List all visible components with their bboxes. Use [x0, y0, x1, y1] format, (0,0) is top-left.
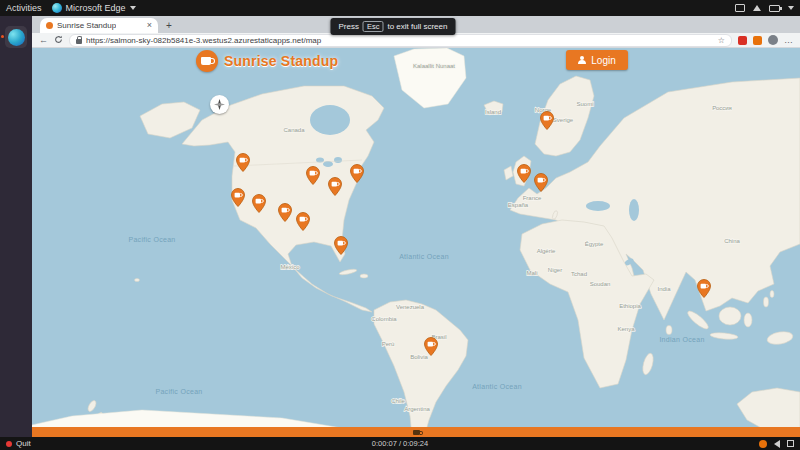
system-top-bar: Activities Microsoft Edge — [0, 0, 800, 16]
fullscreen-toast: Press Esc to exit full screen — [330, 18, 455, 35]
chevron-down-icon — [788, 6, 794, 10]
new-tab-button[interactable]: + — [162, 18, 176, 32]
settings-icon[interactable] — [759, 440, 767, 448]
country-label: Mali — [526, 270, 537, 276]
profile-avatar[interactable] — [768, 35, 778, 45]
country-label: Colombia — [371, 316, 397, 322]
country-label: Niger — [548, 267, 562, 273]
running-indicator-dot — [1, 35, 4, 38]
country-label: Égypte — [585, 241, 604, 247]
country-label: France — [523, 195, 542, 201]
page-footer — [32, 427, 800, 437]
ocean-label: Pacific Ocean — [155, 388, 202, 395]
compass-control[interactable] — [210, 95, 229, 114]
person-icon — [578, 56, 586, 64]
ocean-label: Atlantic Ocean — [472, 383, 522, 390]
quit-label: Quit — [16, 439, 31, 448]
dock — [0, 16, 32, 437]
app-menu-label: Microsoft Edge — [66, 3, 126, 13]
back-button[interactable]: ← — [39, 36, 48, 45]
map-page: Pacific OceanPacific OceanAtlantic Ocean… — [32, 48, 800, 437]
address-bar[interactable]: https://salmon-sky-082b5841e-3.westus2.a… — [69, 34, 732, 47]
reload-icon — [54, 35, 63, 44]
fullscreen-icon[interactable] — [787, 440, 794, 447]
country-label: Chile — [391, 398, 405, 404]
edge-icon — [52, 3, 62, 13]
url-text: https://salmon-sky-082b5841e-3.westus2.a… — [86, 36, 714, 45]
country-label: Venezuela — [396, 304, 425, 310]
country-label: México — [280, 264, 300, 270]
country-label: Suomi — [576, 101, 593, 107]
mug-logo-icon — [196, 50, 218, 72]
map-pin[interactable] — [278, 203, 292, 222]
player-controls — [759, 440, 794, 448]
map-canvas[interactable]: Pacific OceanPacific OceanAtlantic Ocean… — [32, 48, 800, 437]
site-title: Sunrise Standup — [224, 53, 338, 69]
record-dot-icon — [6, 441, 12, 447]
map-pin[interactable] — [334, 236, 348, 255]
map-pin[interactable] — [424, 337, 438, 356]
map-pin[interactable] — [350, 164, 364, 183]
map-pin[interactable] — [540, 111, 554, 130]
country-label: Canada — [283, 127, 305, 133]
dock-item-edge[interactable] — [5, 26, 27, 48]
toast-text: Press — [338, 22, 358, 31]
system-tray[interactable] — [735, 4, 794, 12]
toast-text: to exit full screen — [387, 22, 447, 31]
app-menu[interactable]: Microsoft Edge — [52, 3, 136, 13]
quit-button[interactable]: Quit — [6, 439, 31, 448]
ocean-label: Atlantic Ocean — [399, 253, 449, 260]
battery-icon — [769, 5, 780, 12]
country-label: Россия — [712, 105, 732, 111]
volume-icon[interactable] — [774, 440, 780, 448]
ocean-label: Indian Ocean — [659, 336, 704, 343]
country-label: Tchad — [571, 271, 587, 277]
network-icon — [753, 5, 761, 11]
country-label: Kalaallit Nunaat — [413, 63, 455, 69]
country-label: China — [724, 238, 740, 244]
map-pin[interactable] — [296, 212, 310, 231]
esc-keycap: Esc — [363, 21, 384, 32]
screen-record-icon — [735, 4, 745, 12]
country-label: Argentina — [404, 406, 430, 412]
site-logo: Sunrise Standup — [196, 50, 338, 72]
tab-title: Sunrise Standup — [57, 21, 116, 30]
favorites-star-icon[interactable]: ☆ — [718, 36, 725, 45]
reload-button[interactable] — [54, 35, 63, 46]
extension-icon[interactable] — [753, 36, 762, 45]
map-pin[interactable] — [697, 279, 711, 298]
activities-button[interactable]: Activities — [6, 3, 42, 13]
chevron-down-icon — [130, 6, 136, 10]
country-label: Soudan — [590, 281, 611, 287]
playback-time: 0:00:07 / 0:09:24 — [372, 439, 428, 448]
browser-toolbar: ← https://salmon-sky-082b5841e-3.westus2… — [32, 33, 800, 48]
map-pin[interactable] — [252, 194, 266, 213]
map-pin[interactable] — [328, 177, 342, 196]
browser-menu-icon[interactable]: … — [784, 36, 793, 45]
browser-window: Press Esc to exit full screen Sunrise St… — [32, 16, 800, 437]
lock-icon[interactable] — [76, 39, 82, 44]
extension-icon[interactable] — [738, 36, 747, 45]
map-pin[interactable] — [306, 166, 320, 185]
country-label: Kenya — [617, 326, 635, 332]
map-pin[interactable] — [236, 153, 250, 172]
country-label: India — [657, 286, 671, 292]
tab-sunrise-standup[interactable]: Sunrise Standup × — [40, 18, 158, 33]
country-label: Ethiopia — [619, 303, 641, 309]
country-label: Perú — [382, 341, 395, 347]
login-label: Login — [591, 55, 615, 66]
map-pin[interactable] — [231, 188, 245, 207]
country-label: Sverige — [553, 117, 574, 123]
country-label: España — [508, 202, 529, 208]
mug-icon — [413, 430, 420, 435]
compass-needle-icon — [214, 99, 225, 110]
player-bar: Quit 0:00:07 / 0:09:24 — [0, 437, 800, 450]
ocean-label: Pacific Ocean — [128, 236, 175, 243]
site-favicon — [46, 22, 53, 29]
map-pin[interactable] — [534, 173, 548, 192]
country-label: Algérie — [537, 248, 556, 254]
map-pin[interactable] — [517, 164, 531, 183]
login-button[interactable]: Login — [566, 50, 628, 70]
mug-icon — [201, 57, 211, 65]
close-tab-icon[interactable]: × — [147, 21, 152, 30]
